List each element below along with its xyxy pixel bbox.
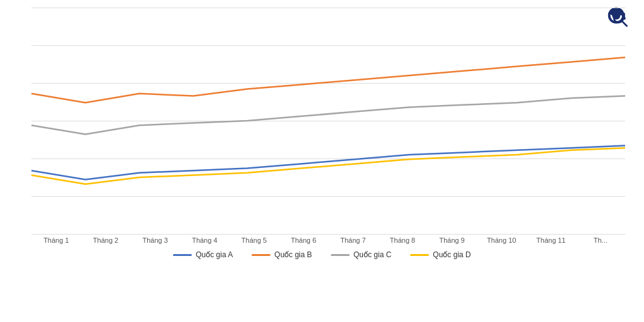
x-label: Tháng 11 bbox=[526, 236, 576, 244]
x-label: Tháng 10 bbox=[477, 236, 526, 244]
x-label: Tháng 8 bbox=[378, 236, 428, 244]
x-label: Tháng 3 bbox=[130, 236, 180, 244]
chart-line bbox=[31, 148, 625, 184]
legend-item: Quốc gia D bbox=[410, 250, 470, 259]
x-label: Tháng 2 bbox=[81, 236, 131, 244]
chart-line bbox=[31, 96, 625, 134]
legend-color bbox=[331, 254, 350, 256]
x-labels: Tháng 1Tháng 2Tháng 3Tháng 4Tháng 5Tháng… bbox=[31, 236, 625, 244]
legend: Quốc gia AQuốc gia BQuốc gia CQuốc gia D bbox=[0, 250, 644, 259]
legend-item: Quốc gia B bbox=[252, 250, 312, 259]
x-label: Tháng 9 bbox=[427, 236, 477, 244]
legend-label: Quốc gia A bbox=[196, 250, 233, 259]
chart-line bbox=[31, 57, 625, 103]
legend-label: Quốc gia B bbox=[274, 250, 312, 259]
chart-area bbox=[31, 8, 625, 234]
x-label: Tháng 1 bbox=[31, 236, 81, 244]
legend-item: Quốc gia C bbox=[331, 250, 391, 259]
x-label: Tháng 4 bbox=[180, 236, 230, 244]
chart-container: Tháng 1Tháng 2Tháng 3Tháng 4Tháng 5Tháng… bbox=[0, 0, 644, 322]
chart-svg bbox=[31, 8, 625, 234]
legend-item: Quốc gia A bbox=[173, 250, 233, 259]
x-label: Tháng 6 bbox=[279, 236, 328, 244]
legend-color bbox=[252, 254, 270, 256]
x-label: Th... bbox=[575, 236, 625, 244]
legend-color bbox=[173, 254, 192, 256]
chart-line bbox=[31, 146, 625, 180]
chart-title bbox=[0, 0, 644, 8]
x-label: Tháng 7 bbox=[328, 236, 378, 244]
x-label: Tháng 5 bbox=[230, 236, 279, 244]
legend-label: Quốc gia D bbox=[433, 250, 470, 259]
legend-color bbox=[410, 254, 429, 256]
legend-label: Quốc gia C bbox=[353, 250, 391, 259]
